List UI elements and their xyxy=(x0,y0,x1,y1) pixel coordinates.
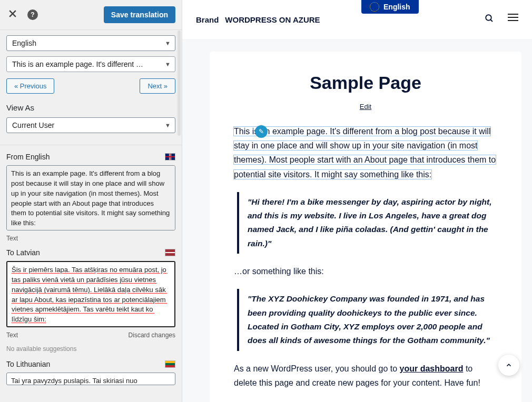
latvian-type-label: Text xyxy=(6,331,18,339)
chevron-down-icon: ▼ xyxy=(165,122,171,128)
next-button[interactable]: Next » xyxy=(140,78,175,94)
scroll-to-top-button[interactable] xyxy=(498,355,519,376)
lithuanian-translation-input[interactable] xyxy=(6,373,175,385)
preview-quote-2: "The XYZ Doohickey Company was founded i… xyxy=(237,289,497,350)
menu-icon[interactable] xyxy=(508,14,518,26)
view-as-heading: View As xyxy=(6,103,175,112)
source-type-label: Text xyxy=(6,235,18,242)
dashboard-link[interactable]: your dashboard xyxy=(400,364,464,373)
string-select[interactable]: This is an example page. It's different … xyxy=(6,56,175,72)
editor-topbar: ? Save translation xyxy=(0,0,182,30)
discard-changes-link[interactable]: Discard changes xyxy=(129,331,175,339)
brand-label: Brand xyxy=(196,15,219,24)
view-as-value: Current User xyxy=(12,121,54,129)
language-select[interactable]: English ▼ xyxy=(6,35,175,51)
to-lithuanian-label: To Lithuanian xyxy=(6,360,50,368)
eu-flag-icon xyxy=(370,2,379,12)
close-icon[interactable] xyxy=(7,8,18,21)
site-header: Brand WORDPRESS ON AZURE English xyxy=(182,0,532,39)
source-text xyxy=(6,165,175,230)
chevron-down-icon: ▼ xyxy=(165,61,171,67)
language-chip-label: English xyxy=(383,3,410,11)
page-title: Sample Page xyxy=(234,73,497,93)
language-select-value: English xyxy=(12,39,36,47)
search-icon[interactable] xyxy=(485,14,494,26)
flag-lithuania-icon xyxy=(165,360,175,368)
content-card: Sample Page Edit ✎ This is an example pa… xyxy=(210,52,521,402)
preview-paragraph-2: …or something like this: xyxy=(234,264,497,278)
save-translation-button[interactable]: Save translation xyxy=(104,6,175,23)
site-title: WORDPRESS ON AZURE xyxy=(225,15,320,24)
help-icon[interactable]: ? xyxy=(27,9,38,20)
string-select-value: This is an example page. It's different … xyxy=(12,60,143,68)
page-preview: Brand WORDPRESS ON AZURE English Sample … xyxy=(182,0,532,402)
preview-paragraph-3: As a new WordPress user, you should go t… xyxy=(234,361,497,390)
view-as-select[interactable]: Current User ▼ xyxy=(6,117,175,133)
latvian-translation-input[interactable] xyxy=(6,261,175,327)
translation-editor-panel: ? Save translation English ▼ This is an … xyxy=(0,0,182,402)
from-english-label: From English xyxy=(6,153,50,161)
scrollbar[interactable] xyxy=(176,31,182,136)
preview-paragraph-1[interactable]: This is an example page. It's different … xyxy=(234,127,496,179)
flag-latvia-icon xyxy=(165,249,175,256)
flag-uk-icon xyxy=(165,153,175,160)
previous-button[interactable]: « Previous xyxy=(6,78,54,94)
to-latvian-label: To Latvian xyxy=(6,248,40,257)
no-suggestions-text: No available suggestions xyxy=(6,345,175,353)
edit-string-icon[interactable]: ✎ xyxy=(255,125,268,138)
chevron-down-icon: ▼ xyxy=(165,40,171,46)
language-switcher[interactable]: English xyxy=(361,0,419,14)
edit-link[interactable]: Edit xyxy=(234,103,497,110)
svg-point-0 xyxy=(486,15,491,21)
preview-quote-1: "Hi there! I'm a bike messenger by day, … xyxy=(237,192,497,254)
